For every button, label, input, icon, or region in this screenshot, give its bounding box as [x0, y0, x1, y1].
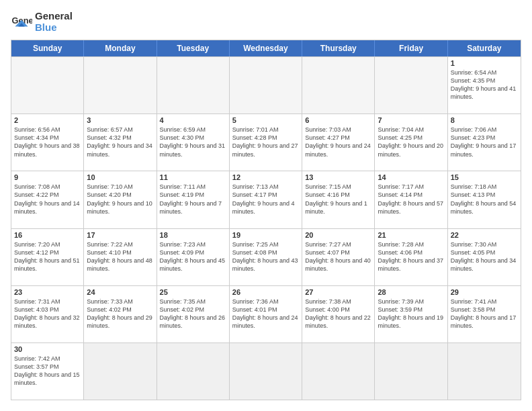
day-number: 12 — [232, 173, 299, 181]
day-info: Sunrise: 6:59 AM Sunset: 4:30 PM Dayligh… — [160, 126, 226, 158]
day-number: 1 — [451, 59, 518, 67]
header-sunday: Sunday — [11, 40, 84, 56]
table-row: 26Sunrise: 7:36 AM Sunset: 4:01 PM Dayli… — [230, 286, 302, 342]
day-number: 22 — [451, 231, 518, 239]
day-number: 24 — [87, 288, 153, 296]
calendar-body: 1Sunrise: 6:54 AM Sunset: 4:35 PM Daylig… — [11, 56, 521, 400]
day-number: 3 — [87, 116, 153, 124]
day-info: Sunrise: 7:01 AM Sunset: 4:28 PM Dayligh… — [232, 126, 299, 158]
day-number: 15 — [451, 173, 518, 181]
day-number: 14 — [378, 173, 444, 181]
logo: General General Blue — [11, 11, 73, 33]
day-info: Sunrise: 7:20 AM Sunset: 4:12 PM Dayligh… — [14, 240, 81, 273]
day-info: Sunrise: 7:17 AM Sunset: 4:14 PM Dayligh… — [378, 183, 444, 216]
table-row — [375, 343, 447, 400]
header-friday: Friday — [375, 40, 447, 56]
table-row — [448, 343, 521, 400]
day-number: 2 — [14, 116, 81, 124]
calendar-row: 30Sunrise: 7:42 AM Sunset: 3:57 PM Dayli… — [11, 342, 521, 400]
table-row: 6Sunrise: 7:03 AM Sunset: 4:27 PM Daylig… — [302, 114, 375, 171]
day-number: 18 — [160, 231, 226, 239]
table-row: 8Sunrise: 7:06 AM Sunset: 4:23 PM Daylig… — [448, 114, 521, 171]
day-info: Sunrise: 7:39 AM Sunset: 3:59 PM Dayligh… — [378, 298, 444, 330]
table-row — [84, 343, 157, 400]
table-row: 2Sunrise: 6:56 AM Sunset: 4:34 PM Daylig… — [11, 114, 84, 171]
table-row: 17Sunrise: 7:22 AM Sunset: 4:10 PM Dayli… — [84, 229, 157, 285]
day-number: 16 — [14, 231, 81, 239]
table-row: 28Sunrise: 7:39 AM Sunset: 3:59 PM Dayli… — [375, 286, 447, 342]
table-row: 1Sunrise: 6:54 AM Sunset: 4:35 PM Daylig… — [448, 57, 521, 113]
day-info: Sunrise: 7:11 AM Sunset: 4:19 PM Dayligh… — [160, 183, 226, 216]
table-row: 20Sunrise: 7:27 AM Sunset: 4:07 PM Dayli… — [302, 229, 375, 285]
page: General General Blue Sunday Monday Tuesd… — [0, 0, 532, 411]
header-tuesday: Tuesday — [157, 40, 230, 56]
day-number: 7 — [378, 116, 444, 124]
day-info: Sunrise: 6:54 AM Sunset: 4:35 PM Dayligh… — [451, 68, 518, 101]
table-row: 30Sunrise: 7:42 AM Sunset: 3:57 PM Dayli… — [11, 343, 84, 400]
table-row: 3Sunrise: 6:57 AM Sunset: 4:32 PM Daylig… — [84, 114, 157, 171]
day-info: Sunrise: 7:18 AM Sunset: 4:13 PM Dayligh… — [451, 183, 518, 216]
table-row — [11, 57, 84, 113]
day-number: 13 — [305, 173, 371, 181]
table-row — [375, 57, 447, 113]
day-info: Sunrise: 7:31 AM Sunset: 4:03 PM Dayligh… — [14, 298, 81, 330]
table-row: 18Sunrise: 7:23 AM Sunset: 4:09 PM Dayli… — [157, 229, 230, 285]
day-info: Sunrise: 7:27 AM Sunset: 4:07 PM Dayligh… — [305, 240, 371, 273]
day-number: 19 — [232, 231, 299, 239]
calendar-row: 2Sunrise: 6:56 AM Sunset: 4:34 PM Daylig… — [11, 113, 521, 171]
table-row: 21Sunrise: 7:28 AM Sunset: 4:06 PM Dayli… — [375, 229, 447, 285]
calendar-header: Sunday Monday Tuesday Wednesday Thursday… — [11, 40, 521, 56]
day-info: Sunrise: 7:23 AM Sunset: 4:09 PM Dayligh… — [160, 240, 226, 273]
day-number: 26 — [232, 288, 299, 296]
day-number: 21 — [378, 231, 444, 239]
day-info: Sunrise: 7:08 AM Sunset: 4:22 PM Dayligh… — [14, 183, 81, 216]
day-number: 25 — [160, 288, 226, 296]
table-row — [84, 57, 157, 113]
day-info: Sunrise: 7:25 AM Sunset: 4:08 PM Dayligh… — [232, 240, 299, 273]
day-info: Sunrise: 7:36 AM Sunset: 4:01 PM Dayligh… — [232, 298, 299, 330]
logo-blue: Blue — [35, 22, 73, 34]
table-row — [230, 57, 302, 113]
calendar-row: 16Sunrise: 7:20 AM Sunset: 4:12 PM Dayli… — [11, 228, 521, 285]
day-info: Sunrise: 7:22 AM Sunset: 4:10 PM Dayligh… — [87, 240, 153, 273]
calendar-row: 9Sunrise: 7:08 AM Sunset: 4:22 PM Daylig… — [11, 171, 521, 228]
header-wednesday: Wednesday — [230, 40, 302, 56]
table-row: 23Sunrise: 7:31 AM Sunset: 4:03 PM Dayli… — [11, 286, 84, 342]
table-row: 10Sunrise: 7:10 AM Sunset: 4:20 PM Dayli… — [84, 171, 157, 228]
table-row — [230, 343, 302, 400]
day-number: 29 — [451, 288, 518, 296]
calendar: Sunday Monday Tuesday Wednesday Thursday… — [11, 40, 521, 400]
day-info: Sunrise: 7:03 AM Sunset: 4:27 PM Dayligh… — [305, 126, 371, 158]
day-number: 6 — [305, 116, 371, 124]
table-row: 15Sunrise: 7:18 AM Sunset: 4:13 PM Dayli… — [448, 171, 521, 228]
day-number: 4 — [160, 116, 226, 124]
table-row — [302, 57, 375, 113]
day-number: 17 — [87, 231, 153, 239]
table-row: 9Sunrise: 7:08 AM Sunset: 4:22 PM Daylig… — [11, 171, 84, 228]
day-number: 9 — [14, 173, 81, 181]
day-info: Sunrise: 7:35 AM Sunset: 4:02 PM Dayligh… — [160, 298, 226, 330]
day-info: Sunrise: 7:41 AM Sunset: 3:58 PM Dayligh… — [451, 298, 518, 330]
header-saturday: Saturday — [448, 40, 521, 56]
day-info: Sunrise: 7:13 AM Sunset: 4:17 PM Dayligh… — [232, 183, 299, 216]
day-info: Sunrise: 7:38 AM Sunset: 4:00 PM Dayligh… — [305, 298, 371, 330]
day-number: 10 — [87, 173, 153, 181]
logo-general: General — [35, 11, 73, 22]
day-number: 20 — [305, 231, 371, 239]
table-row — [302, 343, 375, 400]
table-row: 22Sunrise: 7:30 AM Sunset: 4:05 PM Dayli… — [448, 229, 521, 285]
day-info: Sunrise: 7:10 AM Sunset: 4:20 PM Dayligh… — [87, 183, 153, 216]
day-number: 28 — [378, 288, 444, 296]
day-info: Sunrise: 6:56 AM Sunset: 4:34 PM Dayligh… — [14, 126, 81, 158]
table-row: 14Sunrise: 7:17 AM Sunset: 4:14 PM Dayli… — [375, 171, 447, 228]
day-number: 30 — [14, 345, 81, 353]
day-info: Sunrise: 7:04 AM Sunset: 4:25 PM Dayligh… — [378, 126, 444, 158]
calendar-row: 23Sunrise: 7:31 AM Sunset: 4:03 PM Dayli… — [11, 285, 521, 342]
table-row: 13Sunrise: 7:15 AM Sunset: 4:16 PM Dayli… — [302, 171, 375, 228]
day-number: 11 — [160, 173, 226, 181]
table-row — [157, 343, 230, 400]
table-row: 16Sunrise: 7:20 AM Sunset: 4:12 PM Dayli… — [11, 229, 84, 285]
logo-icon: General — [11, 11, 32, 33]
table-row: 25Sunrise: 7:35 AM Sunset: 4:02 PM Dayli… — [157, 286, 230, 342]
calendar-row: 1Sunrise: 6:54 AM Sunset: 4:35 PM Daylig… — [11, 56, 521, 113]
